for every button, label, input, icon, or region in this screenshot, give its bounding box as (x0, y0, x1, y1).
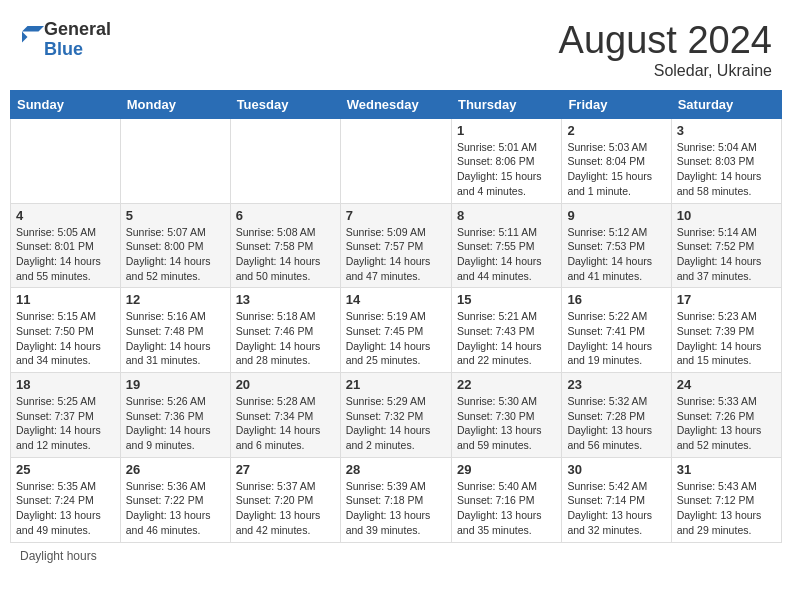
calendar-cell: 31Sunrise: 5:43 AM Sunset: 7:12 PM Dayli… (671, 457, 781, 542)
calendar-cell (230, 118, 340, 203)
day-info: Sunrise: 5:18 AM Sunset: 7:46 PM Dayligh… (236, 309, 335, 368)
day-number: 30 (567, 462, 665, 477)
day-number: 8 (457, 208, 556, 223)
day-number: 24 (677, 377, 776, 392)
day-info: Sunrise: 5:05 AM Sunset: 8:01 PM Dayligh… (16, 225, 115, 284)
day-number: 1 (457, 123, 556, 138)
day-number: 15 (457, 292, 556, 307)
calendar-cell: 2Sunrise: 5:03 AM Sunset: 8:04 PM Daylig… (562, 118, 671, 203)
calendar-cell: 13Sunrise: 5:18 AM Sunset: 7:46 PM Dayli… (230, 288, 340, 373)
calendar-cell: 15Sunrise: 5:21 AM Sunset: 7:43 PM Dayli… (451, 288, 561, 373)
weekday-header-sunday: Sunday (11, 90, 121, 118)
day-info: Sunrise: 5:01 AM Sunset: 8:06 PM Dayligh… (457, 140, 556, 199)
weekday-header-row: SundayMondayTuesdayWednesdayThursdayFrid… (11, 90, 782, 118)
calendar-cell: 12Sunrise: 5:16 AM Sunset: 7:48 PM Dayli… (120, 288, 230, 373)
day-number: 12 (126, 292, 225, 307)
day-number: 7 (346, 208, 446, 223)
calendar-cell: 8Sunrise: 5:11 AM Sunset: 7:55 PM Daylig… (451, 203, 561, 288)
day-number: 31 (677, 462, 776, 477)
day-info: Sunrise: 5:43 AM Sunset: 7:12 PM Dayligh… (677, 479, 776, 538)
day-number: 26 (126, 462, 225, 477)
calendar-cell: 16Sunrise: 5:22 AM Sunset: 7:41 PM Dayli… (562, 288, 671, 373)
weekday-header-monday: Monday (120, 90, 230, 118)
day-number: 10 (677, 208, 776, 223)
day-info: Sunrise: 5:11 AM Sunset: 7:55 PM Dayligh… (457, 225, 556, 284)
calendar-cell: 26Sunrise: 5:36 AM Sunset: 7:22 PM Dayli… (120, 457, 230, 542)
daylight-hours-label: Daylight hours (20, 549, 97, 563)
day-number: 28 (346, 462, 446, 477)
day-info: Sunrise: 5:33 AM Sunset: 7:26 PM Dayligh… (677, 394, 776, 453)
day-number: 20 (236, 377, 335, 392)
day-number: 5 (126, 208, 225, 223)
day-info: Sunrise: 5:40 AM Sunset: 7:16 PM Dayligh… (457, 479, 556, 538)
day-info: Sunrise: 5:35 AM Sunset: 7:24 PM Dayligh… (16, 479, 115, 538)
day-number: 4 (16, 208, 115, 223)
calendar-cell: 25Sunrise: 5:35 AM Sunset: 7:24 PM Dayli… (11, 457, 121, 542)
day-info: Sunrise: 5:08 AM Sunset: 7:58 PM Dayligh… (236, 225, 335, 284)
calendar-cell (340, 118, 451, 203)
day-info: Sunrise: 5:26 AM Sunset: 7:36 PM Dayligh… (126, 394, 225, 453)
calendar-cell: 5Sunrise: 5:07 AM Sunset: 8:00 PM Daylig… (120, 203, 230, 288)
calendar-cell: 3Sunrise: 5:04 AM Sunset: 8:03 PM Daylig… (671, 118, 781, 203)
weekday-header-thursday: Thursday (451, 90, 561, 118)
month-title: August 2024 (559, 20, 772, 62)
day-info: Sunrise: 5:32 AM Sunset: 7:28 PM Dayligh… (567, 394, 665, 453)
logo-general-text: General (44, 20, 111, 40)
day-number: 27 (236, 462, 335, 477)
day-info: Sunrise: 5:25 AM Sunset: 7:37 PM Dayligh… (16, 394, 115, 453)
day-number: 11 (16, 292, 115, 307)
logo: General Blue (20, 20, 111, 60)
weekday-header-wednesday: Wednesday (340, 90, 451, 118)
header: General Blue August 2024 Soledar, Ukrain… (10, 10, 782, 85)
day-info: Sunrise: 5:37 AM Sunset: 7:20 PM Dayligh… (236, 479, 335, 538)
calendar-cell: 18Sunrise: 5:25 AM Sunset: 7:37 PM Dayli… (11, 373, 121, 458)
day-number: 29 (457, 462, 556, 477)
day-number: 23 (567, 377, 665, 392)
day-info: Sunrise: 5:14 AM Sunset: 7:52 PM Dayligh… (677, 225, 776, 284)
day-number: 18 (16, 377, 115, 392)
day-info: Sunrise: 5:42 AM Sunset: 7:14 PM Dayligh… (567, 479, 665, 538)
calendar-cell: 29Sunrise: 5:40 AM Sunset: 7:16 PM Dayli… (451, 457, 561, 542)
calendar-cell: 6Sunrise: 5:08 AM Sunset: 7:58 PM Daylig… (230, 203, 340, 288)
calendar-cell: 28Sunrise: 5:39 AM Sunset: 7:18 PM Dayli… (340, 457, 451, 542)
week-row-2: 4Sunrise: 5:05 AM Sunset: 8:01 PM Daylig… (11, 203, 782, 288)
week-row-3: 11Sunrise: 5:15 AM Sunset: 7:50 PM Dayli… (11, 288, 782, 373)
day-info: Sunrise: 5:22 AM Sunset: 7:41 PM Dayligh… (567, 309, 665, 368)
day-info: Sunrise: 5:03 AM Sunset: 8:04 PM Dayligh… (567, 140, 665, 199)
calendar-cell (120, 118, 230, 203)
day-info: Sunrise: 5:30 AM Sunset: 7:30 PM Dayligh… (457, 394, 556, 453)
calendar-cell: 14Sunrise: 5:19 AM Sunset: 7:45 PM Dayli… (340, 288, 451, 373)
day-info: Sunrise: 5:23 AM Sunset: 7:39 PM Dayligh… (677, 309, 776, 368)
day-info: Sunrise: 5:28 AM Sunset: 7:34 PM Dayligh… (236, 394, 335, 453)
day-info: Sunrise: 5:36 AM Sunset: 7:22 PM Dayligh… (126, 479, 225, 538)
week-row-5: 25Sunrise: 5:35 AM Sunset: 7:24 PM Dayli… (11, 457, 782, 542)
day-info: Sunrise: 5:21 AM Sunset: 7:43 PM Dayligh… (457, 309, 556, 368)
calendar-cell: 27Sunrise: 5:37 AM Sunset: 7:20 PM Dayli… (230, 457, 340, 542)
day-number: 2 (567, 123, 665, 138)
day-number: 19 (126, 377, 225, 392)
day-info: Sunrise: 5:39 AM Sunset: 7:18 PM Dayligh… (346, 479, 446, 538)
day-info: Sunrise: 5:09 AM Sunset: 7:57 PM Dayligh… (346, 225, 446, 284)
calendar-cell: 19Sunrise: 5:26 AM Sunset: 7:36 PM Dayli… (120, 373, 230, 458)
day-number: 3 (677, 123, 776, 138)
day-number: 22 (457, 377, 556, 392)
calendar-cell: 20Sunrise: 5:28 AM Sunset: 7:34 PM Dayli… (230, 373, 340, 458)
weekday-header-friday: Friday (562, 90, 671, 118)
calendar-cell: 22Sunrise: 5:30 AM Sunset: 7:30 PM Dayli… (451, 373, 561, 458)
title-area: August 2024 Soledar, Ukraine (559, 20, 772, 80)
location-title: Soledar, Ukraine (559, 62, 772, 80)
calendar-cell: 4Sunrise: 5:05 AM Sunset: 8:01 PM Daylig… (11, 203, 121, 288)
calendar-cell: 30Sunrise: 5:42 AM Sunset: 7:14 PM Dayli… (562, 457, 671, 542)
day-info: Sunrise: 5:07 AM Sunset: 8:00 PM Dayligh… (126, 225, 225, 284)
calendar: SundayMondayTuesdayWednesdayThursdayFrid… (10, 90, 782, 543)
calendar-cell (11, 118, 121, 203)
calendar-cell: 1Sunrise: 5:01 AM Sunset: 8:06 PM Daylig… (451, 118, 561, 203)
logo-blue-text: Blue (44, 40, 111, 60)
day-number: 9 (567, 208, 665, 223)
day-number: 14 (346, 292, 446, 307)
day-info: Sunrise: 5:16 AM Sunset: 7:48 PM Dayligh… (126, 309, 225, 368)
calendar-cell: 23Sunrise: 5:32 AM Sunset: 7:28 PM Dayli… (562, 373, 671, 458)
calendar-cell: 9Sunrise: 5:12 AM Sunset: 7:53 PM Daylig… (562, 203, 671, 288)
day-number: 25 (16, 462, 115, 477)
day-info: Sunrise: 5:19 AM Sunset: 7:45 PM Dayligh… (346, 309, 446, 368)
